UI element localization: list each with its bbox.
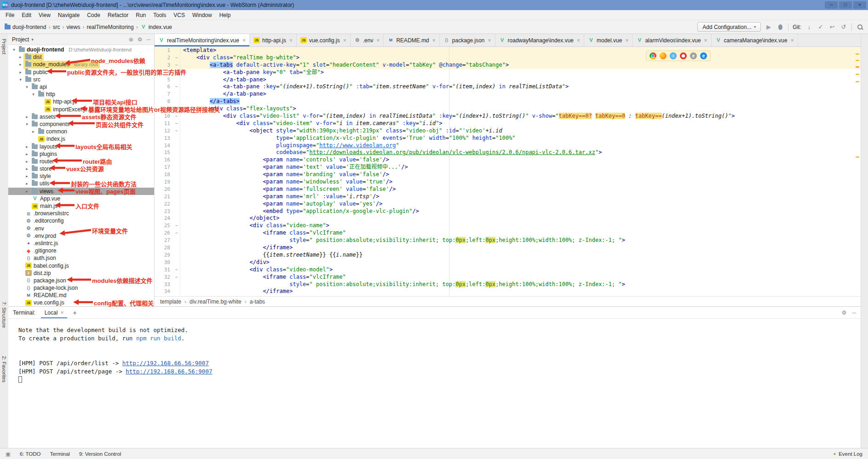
chevron-right-icon[interactable]: ▸ <box>24 181 30 186</box>
fold-marker[interactable]: − <box>173 62 180 69</box>
code-line-32[interactable]: 32− <iframe class="vlcIframe" <box>155 274 861 281</box>
code-text[interactable]: <a-tab-pane :key="(index+1).toString()" … <box>180 83 861 91</box>
code-text[interactable]: </iframe> <box>180 244 861 252</box>
settings-icon[interactable]: ⚙ <box>138 36 143 43</box>
code-text[interactable]: <iframe class="vlcIframe" <box>180 274 861 281</box>
git-update-icon[interactable]: ↓ <box>805 23 813 30</box>
chevron-right-icon[interactable]: ▸ <box>24 189 30 194</box>
code-line-6[interactable]: 6− <a-tab-pane :key="(index+1).toString(… <box>155 83 861 91</box>
close-tab-icon[interactable]: × <box>704 37 707 44</box>
code-text[interactable]: <template> <box>180 47 861 54</box>
chevron-right-icon[interactable]: ▸ <box>24 159 30 164</box>
code-line-30[interactable]: 30 </div> <box>155 259 861 266</box>
statusbar-Terminal[interactable]: Terminal <box>50 451 69 457</box>
menu-refactor[interactable]: Refactor <box>104 12 132 18</box>
code-text[interactable]: </a-tab-pane> <box>180 76 861 84</box>
code-line-12[interactable]: 12− <object style="width:390px;height:21… <box>155 127 861 135</box>
tree-item-.eslintrc.js[interactable]: ●.eslintrc.js <box>8 240 154 247</box>
terminal-link[interactable]: http://192.168.66.56:9007 <box>122 360 209 367</box>
chevron-down-icon[interactable]: ▾ <box>24 85 30 89</box>
git-revert-icon[interactable]: ↩ <box>828 23 836 30</box>
fold-marker[interactable]: − <box>173 69 180 76</box>
tree-item-importExcel.js[interactable]: JSimportExcel.js <box>8 106 154 113</box>
close-tab-icon[interactable]: × <box>488 37 491 44</box>
new-terminal-button[interactable]: + <box>73 309 76 316</box>
code-line-1[interactable]: 1<template> <box>155 47 861 54</box>
close-tab-icon[interactable]: × <box>376 37 379 44</box>
menu-edit[interactable]: Edit <box>18 12 35 18</box>
chevron-right-icon[interactable]: ▸ <box>17 62 23 67</box>
close-tab-icon[interactable]: × <box>289 37 293 44</box>
fold-marker[interactable]: − <box>173 230 180 237</box>
terminal-output[interactable]: Note that the development build is not o… <box>8 319 861 448</box>
code-line-10[interactable]: 10− <div class="video-list" v-for="(item… <box>155 113 861 120</box>
toolwindow-switcher-icon[interactable]: ▣ <box>6 451 11 457</box>
menu-help[interactable]: Help <box>216 12 235 18</box>
tree-item-api[interactable]: ▾api <box>8 83 154 91</box>
statusbar-9VersionControl[interactable]: 9: Version Control <box>79 451 121 457</box>
minimize-icon[interactable]: ─ <box>852 310 856 316</box>
editor-breadcrumb-template[interactable]: template <box>160 298 181 305</box>
event-log-button[interactable]: ● Event Log <box>834 451 862 457</box>
close-tab-icon[interactable]: × <box>625 37 628 44</box>
code-text[interactable]: </iframe> <box>180 288 861 295</box>
code-text[interactable]: <div class="flex-layouts"> <box>180 105 861 113</box>
code-text[interactable]: style=" position:absolute;visibility:inh… <box>180 281 861 288</box>
tree-item-.editorconfig[interactable]: ⚙.editorconfig <box>8 217 154 224</box>
code-line-28[interactable]: 28 </iframe> <box>155 244 861 252</box>
git-commit-icon[interactable]: ✓ <box>817 23 824 30</box>
code-text[interactable]: <div class="realTime bg-white"> <box>180 54 861 62</box>
editor-tab-http-api.js[interactable]: JShttp-api.js× <box>250 34 297 46</box>
code-text[interactable]: style=" position:absolute;visibility:inh… <box>180 237 861 244</box>
close-tab-icon[interactable]: × <box>577 37 580 44</box>
tree-item-main.js[interactable]: JSmain.js <box>8 202 154 210</box>
code-text[interactable]: <div class="video-list" v-for="(item,ind… <box>180 113 861 120</box>
firefox-browser-icon[interactable] <box>660 52 667 59</box>
tool-stripe-Favorites[interactable]: 2: Favorites <box>1 356 7 382</box>
editor-tab-roadwayManageindex.vue[interactable]: VroadwayManage\index.vue× <box>495 34 584 46</box>
tree-item-babel.config.js[interactable]: JSbabel.config.js <box>8 262 154 269</box>
code-line-7[interactable]: 7 </a-tab-pane> <box>155 91 861 98</box>
editor-tab-realTimeMonitoringindex.vue[interactable]: VrealTimeMonitoring\index.vue× <box>155 34 250 46</box>
maximize-button[interactable]: □ <box>839 1 852 9</box>
code-text[interactable]: </a-tabs> <box>180 98 861 105</box>
editor-breadcrumb-a-tabs[interactable]: a-tabs <box>250 298 265 305</box>
code-text[interactable]: <embed type="application/x-google-vlc-pl… <box>180 208 861 215</box>
code-text[interactable]: <param name='text' value='正在加载视频中...'/> <box>180 164 861 171</box>
editor-tab-package.json[interactable]: {}package.json× <box>440 34 495 46</box>
tree-item-http-api.js[interactable]: JShttp-api.js <box>8 98 154 105</box>
code-line-11[interactable]: 11− <div class="video-item" v-for="i in … <box>155 120 861 127</box>
code-line-16[interactable]: 16 <param name='controls' value='false'/… <box>155 156 861 164</box>
chevron-right-icon[interactable]: ▸ <box>24 152 30 156</box>
code-line-19[interactable]: 19 <param name='windowless' value='true'… <box>155 178 861 186</box>
tree-item-.browserslistrc[interactable]: ≣.browserslistrc <box>8 210 154 217</box>
code-line-4[interactable]: 4− <a-tab-pane key="0" tab="全部"> <box>155 69 861 76</box>
code-line-25[interactable]: 25− <div class="video-name"> <box>155 222 861 230</box>
chevron-right-icon[interactable]: ▸ <box>17 70 23 75</box>
code-text[interactable]: <div class="video-item" v-for="i in item… <box>180 120 861 127</box>
chevron-down-icon[interactable]: ▾ <box>11 47 17 52</box>
code-text[interactable]: <param name='windowless' value='true'/> <box>180 178 861 186</box>
fold-marker[interactable]: − <box>173 222 180 230</box>
code-text[interactable]: <div class="video-model"> <box>180 266 861 274</box>
chevron-right-icon[interactable]: ▸ <box>24 166 30 171</box>
tree-item-common[interactable]: ▸common <box>8 128 154 135</box>
editor-tab-.env[interactable]: ⚙.env× <box>351 34 384 46</box>
chrome-browser-icon[interactable] <box>650 52 656 59</box>
locate-icon[interactable]: ⊕ <box>129 36 133 43</box>
chevron-right-icon[interactable]: ▸ <box>24 174 30 178</box>
menu-vcs[interactable]: VCS <box>170 12 189 18</box>
code-text[interactable]: <param name='mrl' :value='i.rtsp'/> <box>180 193 861 201</box>
safari-browser-icon[interactable] <box>670 52 677 59</box>
close-tab-icon[interactable]: × <box>432 37 436 44</box>
breadcrumb-item-views[interactable]: views <box>66 24 80 30</box>
tool-stripe-Project[interactable]: Project <box>1 39 7 54</box>
tree-item-store[interactable]: ▸store <box>8 165 154 172</box>
code-text[interactable]: </object> <box>180 215 861 222</box>
breadcrumb-item-src[interactable]: src <box>52 24 60 30</box>
code-line-21[interactable]: 21 <param name='mrl' :value='i.rtsp'/> <box>155 193 861 201</box>
code-text[interactable]: {{item.streetName}} {{i.name}} <box>180 252 861 259</box>
tree-item-plugins[interactable]: ▸plugins <box>8 150 154 158</box>
tree-item-http[interactable]: ▾http <box>8 91 154 98</box>
tree-item-components[interactable]: ▾components <box>8 120 154 128</box>
